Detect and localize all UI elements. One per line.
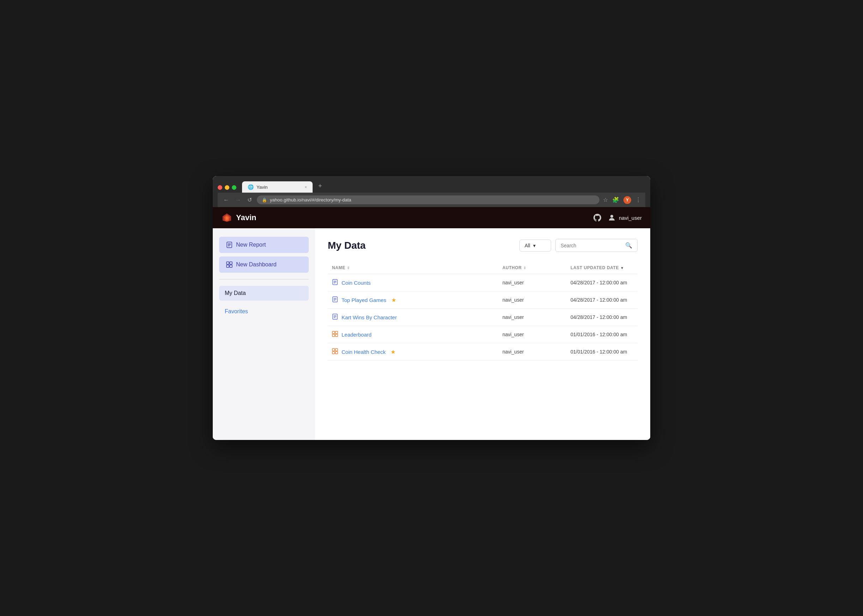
bookmark-icon[interactable]: ☆ [603, 196, 608, 203]
minimize-traffic-light[interactable] [225, 185, 230, 190]
date-cell: 01/01/2016 - 12:00:00 am [566, 326, 638, 343]
address-input[interactable]: 🔒 yahoo.github.io/navi/#/directory/my-da… [257, 195, 599, 204]
reload-button[interactable]: ↺ [246, 196, 253, 204]
new-tab-button[interactable]: + [314, 179, 326, 193]
app-body: New Report New Dashboard My Data Favorit… [213, 228, 650, 440]
main-header-controls: All ▾ 🔍 [519, 239, 638, 252]
main-content: My Data All ▾ 🔍 [315, 228, 650, 440]
tab-favicon: 🌐 [248, 184, 254, 190]
item-name-cell[interactable]: Top Played Games ★ [332, 296, 494, 303]
table-row: Leaderboard navi_user 01/01/2016 - 12:00… [328, 326, 638, 343]
new-report-icon [226, 242, 233, 248]
svg-rect-24 [332, 331, 335, 334]
traffic-lights [218, 185, 236, 193]
lock-icon: 🔒 [262, 198, 267, 203]
github-icon [593, 214, 601, 222]
new-dashboard-label: New Dashboard [236, 261, 277, 268]
sidebar-item-my-data-label: My Data [225, 290, 246, 296]
active-tab[interactable]: 🌐 Yavin × [242, 181, 313, 193]
tab-title: Yavin [256, 184, 268, 190]
svg-rect-30 [332, 351, 335, 354]
date-cell: 04/28/2017 - 12:00:00 am [566, 274, 638, 291]
search-icon[interactable]: 🔍 [625, 242, 632, 249]
author-cell: navi_user [498, 309, 566, 326]
app-header: Yavin navi_user [213, 207, 650, 228]
close-traffic-light[interactable] [218, 185, 222, 190]
table-row: Kart Wins By Character navi_user 04/28/2… [328, 309, 638, 326]
data-table: NAME ⇕ AUTHOR ⇕ LAST UPD [328, 262, 638, 361]
item-name-cell[interactable]: Leaderboard [332, 331, 494, 338]
filter-dropdown[interactable]: All ▾ [519, 240, 551, 251]
item-name-cell[interactable]: Kart Wins By Character [332, 314, 494, 321]
table-header: NAME ⇕ AUTHOR ⇕ LAST UPD [328, 262, 638, 274]
svg-rect-9 [230, 262, 232, 264]
item-name[interactable]: Coin Counts [341, 280, 371, 286]
app-logo-text: Yavin [236, 213, 256, 222]
sidebar-item-favorites[interactable]: Favorites [219, 304, 309, 319]
name-sort-icon[interactable]: ⇕ [347, 266, 350, 270]
svg-rect-25 [335, 331, 338, 334]
report-icon [332, 314, 338, 321]
item-name[interactable]: Top Played Games [341, 297, 386, 303]
username-label: navi_user [619, 215, 642, 221]
svg-rect-10 [226, 265, 229, 267]
sidebar: New Report New Dashboard My Data Favorit… [213, 228, 315, 440]
svg-rect-11 [230, 265, 232, 267]
tab-close-button[interactable]: × [305, 185, 307, 189]
svg-rect-28 [332, 349, 335, 351]
yavin-logo-icon [221, 212, 233, 223]
address-text: yahoo.github.io/navi/#/directory/my-data [270, 197, 594, 203]
avatar-icon[interactable]: Y [623, 196, 631, 204]
sidebar-item-my-data[interactable]: My Data [219, 286, 309, 300]
last-updated-sort-icon[interactable]: ▼ [620, 266, 624, 270]
user-avatar-icon [608, 214, 616, 222]
item-name[interactable]: Leaderboard [341, 332, 371, 338]
svg-rect-26 [332, 334, 335, 336]
star-icon[interactable]: ★ [391, 349, 396, 355]
forward-button[interactable]: → [234, 196, 242, 204]
item-name-cell[interactable]: Coin Health Check ★ [332, 348, 494, 355]
star-icon[interactable]: ★ [391, 297, 396, 303]
filter-dropdown-icon: ▾ [533, 243, 536, 248]
new-report-button[interactable]: New Report [219, 237, 309, 253]
svg-rect-27 [335, 334, 338, 336]
app-logo[interactable]: Yavin [221, 212, 256, 223]
new-dashboard-icon [226, 261, 233, 268]
item-name-cell[interactable]: Coin Counts [332, 279, 494, 286]
date-cell: 01/01/2016 - 12:00:00 am [566, 343, 638, 361]
maximize-traffic-light[interactable] [232, 185, 236, 190]
author-cell: navi_user [498, 343, 566, 361]
search-box[interactable]: 🔍 [555, 239, 638, 252]
back-button[interactable]: ← [222, 196, 230, 204]
date-cell: 04/28/2017 - 12:00:00 am [566, 309, 638, 326]
github-link[interactable] [593, 214, 601, 222]
author-cell: navi_user [498, 326, 566, 343]
col-last-updated: LAST UPDATED DATE ▼ [566, 262, 638, 274]
browser-window: 🌐 Yavin × + ← → ↺ 🔒 yahoo.github.io/navi… [213, 176, 650, 440]
sidebar-item-favorites-label: Favorites [225, 308, 248, 314]
report-icon [332, 296, 338, 303]
filter-label: All [525, 243, 530, 248]
new-dashboard-button[interactable]: New Dashboard [219, 256, 309, 273]
address-bar: ← → ↺ 🔒 yahoo.github.io/navi/#/directory… [218, 193, 645, 207]
item-name[interactable]: Kart Wins By Character [341, 314, 397, 321]
svg-rect-29 [335, 349, 338, 351]
menu-icon[interactable]: ⋮ [635, 196, 641, 203]
browser-toolbar-icons: ☆ 🧩 Y ⋮ [603, 196, 641, 204]
col-name: NAME ⇕ [328, 262, 498, 274]
table-row: Top Played Games ★ navi_user 04/28/2017 … [328, 291, 638, 309]
author-sort-icon[interactable]: ⇕ [523, 266, 527, 270]
date-cell: 04/28/2017 - 12:00:00 am [566, 291, 638, 309]
app-header-right: navi_user [593, 214, 642, 222]
author-cell: navi_user [498, 274, 566, 291]
item-name[interactable]: Coin Health Check [341, 349, 386, 355]
main-header: My Data All ▾ 🔍 [328, 239, 638, 252]
sidebar-divider [219, 279, 309, 280]
extensions-icon[interactable]: 🧩 [612, 196, 619, 203]
search-input[interactable] [561, 243, 622, 248]
report-icon [332, 279, 338, 286]
col-author: AUTHOR ⇕ [498, 262, 566, 274]
dashboard-icon [332, 348, 338, 355]
new-report-label: New Report [236, 242, 266, 248]
user-menu[interactable]: navi_user [608, 214, 642, 222]
